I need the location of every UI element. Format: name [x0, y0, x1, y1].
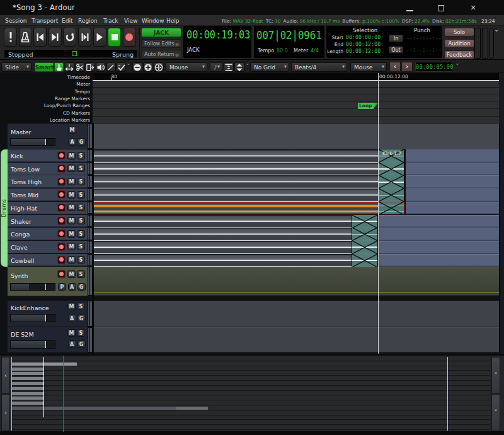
crossfade[interactable]: [378, 163, 404, 176]
audio-region-tail[interactable]: [406, 149, 499, 163]
solo-button[interactable]: S: [77, 256, 85, 264]
toolbar-chevron-1[interactable]: ⌄: [126, 60, 131, 66]
record-arm-button[interactable]: [57, 204, 66, 212]
mute-button[interactable]: M: [67, 303, 76, 310]
audio-region-tail[interactable]: [379, 228, 499, 241]
selection-length-value[interactable]: 00:00:12:00: [346, 49, 381, 54]
track-header-clave[interactable]: ClaveMS: [8, 241, 93, 253]
ruler-timecode[interactable]: .8000:00:12:00: [93, 73, 499, 81]
ruler-label-timecode[interactable]: Timecode: [67, 74, 90, 80]
close-button[interactable]: ✕: [469, 4, 478, 12]
mute-button[interactable]: M: [67, 329, 76, 337]
record-arm-button[interactable]: [57, 243, 66, 251]
monitor-fader[interactable]: [490, 28, 494, 59]
zoom-fit-button[interactable]: [154, 62, 164, 72]
tool-draw-button[interactable]: [106, 62, 116, 72]
transport-record-button[interactable]: [123, 28, 136, 47]
transport-stop-button[interactable]: [108, 28, 121, 47]
track-header-kick[interactable]: KickMS: [8, 149, 93, 162]
nudge-forward-button[interactable]: ›: [401, 62, 413, 72]
ruler-label-cd-markers[interactable]: CD Markers: [63, 110, 90, 116]
playhead-line[interactable]: [378, 73, 379, 354]
mute-button[interactable]: M: [67, 270, 76, 278]
automation-button[interactable]: A: [68, 340, 76, 348]
ruler-location-markers[interactable]: [93, 117, 499, 124]
tool-audition-button[interactable]: [96, 62, 105, 72]
track-header-de-s2m[interactable]: DE S2MMSAG: [8, 327, 93, 354]
canvas-scrollbar[interactable]: [499, 124, 504, 354]
primary-clock[interactable]: 00:00:19:03JACK: [183, 26, 251, 58]
zoom-focus-dropdown[interactable]: Mouse▾: [166, 62, 207, 72]
audio-region-tail[interactable]: [406, 163, 499, 176]
solo-button[interactable]: S: [77, 217, 85, 224]
ruler-label-tempo[interactable]: Tempo: [74, 89, 90, 95]
audio-region-waveform[interactable]: [94, 254, 352, 267]
record-arm-button[interactable]: [57, 151, 66, 160]
menu-view[interactable]: View: [124, 18, 137, 24]
punch-out-button[interactable]: Out: [389, 46, 403, 54]
mute-button[interactable]: M: [67, 178, 76, 185]
solo-button[interactable]: S: [77, 165, 85, 172]
meter-value[interactable]: 4/4: [311, 48, 319, 54]
menu-edit[interactable]: Edit: [62, 18, 72, 24]
transport-go-to-start-button[interactable]: [33, 28, 47, 47]
audio-region-waveform[interactable]: [94, 175, 378, 188]
audio-region-waveform[interactable]: [94, 188, 378, 202]
gain-fader[interactable]: [10, 138, 55, 146]
grid-division-dropdown[interactable]: Beats/4▾: [291, 62, 347, 72]
summary-scroll-down-button[interactable]: ˅: [491, 394, 500, 431]
solo-button[interactable]: S: [77, 243, 85, 250]
nudge-back-button[interactable]: ‹: [389, 62, 401, 72]
mute-button[interactable]: M: [67, 256, 76, 264]
mute-button[interactable]: M: [67, 165, 76, 172]
feedback-button[interactable]: Feedback: [444, 50, 474, 59]
ruler-meter[interactable]: [93, 81, 499, 88]
solo-button[interactable]: S: [77, 270, 85, 278]
track-header-cowbell[interactable]: CowbellMS: [8, 254, 93, 267]
track-header-toms-high[interactable]: Toms HighMS: [8, 175, 93, 188]
menu-region[interactable]: Region: [78, 18, 98, 24]
smart-mode-button[interactable]: Smart: [35, 62, 54, 72]
summary-scroll-up-button[interactable]: ˄: [491, 357, 500, 394]
mute-button[interactable]: M: [67, 230, 76, 238]
ruler-label-loop-punch-ranges[interactable]: Loop/Punch Ranges: [44, 103, 90, 108]
menu-transport[interactable]: Transport: [32, 18, 58, 24]
mute-button[interactable]: M: [68, 126, 76, 134]
summary-scroll-right-button[interactable]: ›: [1, 394, 10, 431]
record-arm-button[interactable]: [57, 270, 66, 278]
record-arm-button[interactable]: [57, 165, 66, 173]
menu-window[interactable]: Window: [142, 18, 164, 24]
track-header-synth[interactable]: SynthMSPAG: [8, 267, 93, 296]
ruler-tempo[interactable]: [93, 88, 499, 95]
automation-button[interactable]: A: [68, 315, 76, 322]
crossfade[interactable]: [352, 228, 378, 241]
crossfade[interactable]: [378, 202, 404, 215]
loop-range-marker[interactable]: Loop: [358, 103, 374, 109]
crossfade[interactable]: [378, 188, 404, 202]
audio-region-waveform[interactable]: [94, 228, 352, 241]
nudge-clock[interactable]: 00:00:05:00: [415, 62, 452, 72]
menu-session[interactable]: Session: [5, 18, 26, 24]
zoom-in-button[interactable]: [143, 62, 153, 72]
mute-button[interactable]: M: [67, 204, 76, 211]
menu-track[interactable]: Track: [103, 18, 118, 24]
fit-tracks-button[interactable]: [224, 62, 234, 72]
tool-internal-edit-button[interactable]: [117, 62, 126, 72]
menu-help[interactable]: Help: [166, 18, 180, 24]
tool-range-button[interactable]: [65, 62, 74, 72]
toolbar-chevron-3[interactable]: ⌄: [455, 60, 460, 66]
ruler-cd-markers[interactable]: [93, 109, 499, 116]
selection-start-value[interactable]: 00:00:00:00: [346, 35, 381, 40]
transport-play-loop-button[interactable]: [63, 28, 76, 47]
audio-region-waveform[interactable]: [94, 149, 378, 163]
track-header-master[interactable]: MasterMAG: [8, 124, 93, 149]
track-header-toms-low[interactable]: Toms LowMS: [8, 163, 93, 175]
tool-stretch-button[interactable]: [86, 62, 95, 72]
drums-group-tab[interactable]: Drums: [1, 149, 8, 267]
grid-mode-dropdown[interactable]: No Grid▾: [250, 62, 289, 72]
group-button[interactable]: G: [77, 315, 86, 322]
tool-grab-button[interactable]: [54, 62, 64, 72]
gain-fader[interactable]: [10, 340, 55, 349]
ruler-loop-punch-ranges[interactable]: Loop: [93, 102, 499, 109]
auto-return-toggle[interactable]: Auto Return: [141, 50, 181, 59]
